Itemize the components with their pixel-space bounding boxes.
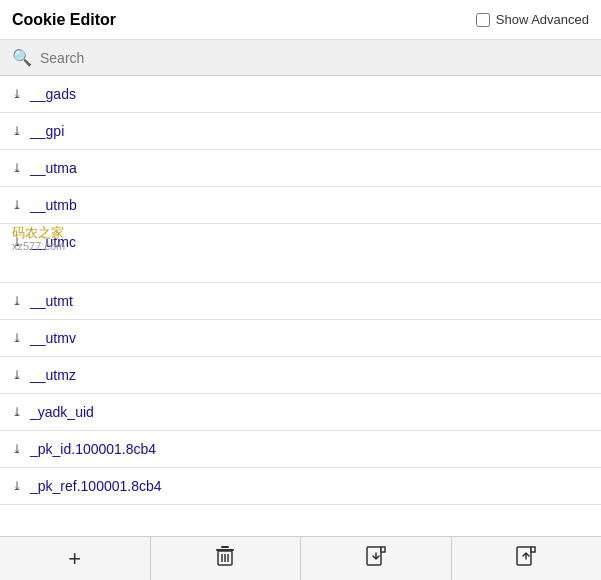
list-item[interactable]: ⤓ __gads bbox=[0, 76, 601, 113]
chevron-icon: ⤓ bbox=[12, 294, 22, 308]
list-item[interactable]: ⤓ _pk_ref.100001.8cb4 bbox=[0, 468, 601, 505]
add-icon: + bbox=[68, 546, 81, 572]
cookie-name: _pk_ref.100001.8cb4 bbox=[30, 478, 162, 494]
cookie-name: __utmb bbox=[30, 197, 77, 213]
chevron-icon: ⤓ bbox=[12, 161, 22, 175]
delete-button[interactable] bbox=[151, 537, 302, 580]
list-item[interactable]: ⤓ __utmc 码农之家 xz577.com bbox=[0, 224, 601, 283]
trash-icon bbox=[215, 545, 235, 572]
header: Cookie Editor Show Advanced bbox=[0, 0, 601, 40]
search-icon: 🔍 bbox=[12, 48, 32, 67]
show-advanced-checkbox[interactable] bbox=[476, 13, 490, 27]
list-item[interactable]: ⤓ __utmt bbox=[0, 283, 601, 320]
chevron-icon: ⤓ bbox=[12, 442, 22, 456]
export-icon bbox=[365, 545, 387, 572]
show-advanced-text: Show Advanced bbox=[496, 12, 589, 27]
chevron-icon: ⤓ bbox=[12, 479, 22, 493]
add-button[interactable]: + bbox=[0, 537, 151, 580]
import-button[interactable] bbox=[452, 537, 602, 580]
cookie-name: _yadk_uid bbox=[30, 404, 94, 420]
list-item[interactable]: ⤓ _yadk_uid bbox=[0, 394, 601, 431]
toolbar: + bbox=[0, 536, 601, 580]
watermark-line2: xz577.com bbox=[12, 240, 65, 252]
list-item[interactable]: ⤓ __utmv bbox=[0, 320, 601, 357]
cookie-name: __utmv bbox=[30, 330, 76, 346]
chevron-icon: ⤓ bbox=[12, 368, 22, 382]
list-item[interactable]: ⤓ _pk_id.100001.8cb4 bbox=[0, 431, 601, 468]
search-input[interactable] bbox=[40, 50, 589, 66]
list-item[interactable]: ⤓ __utma bbox=[0, 150, 601, 187]
list-item[interactable]: ⤓ __utmb bbox=[0, 187, 601, 224]
cookie-name: __utmz bbox=[30, 367, 76, 383]
cookie-name: _pk_id.100001.8cb4 bbox=[30, 441, 156, 457]
chevron-icon: ⤓ bbox=[12, 331, 22, 345]
chevron-icon: ⤓ bbox=[12, 124, 22, 138]
list-item[interactable]: ⤓ __gpi bbox=[0, 113, 601, 150]
search-bar: 🔍 bbox=[0, 40, 601, 76]
export-button[interactable] bbox=[301, 537, 452, 580]
cookie-list: ⤓ __gads ⤓ __gpi ⤓ __utma ⤓ __utmb ⤓ __u… bbox=[0, 76, 601, 536]
cookie-name: __gads bbox=[30, 86, 76, 102]
chevron-icon: ⤓ bbox=[12, 87, 22, 101]
svg-rect-0 bbox=[221, 546, 229, 548]
import-icon bbox=[515, 545, 537, 572]
chevron-icon: ⤓ bbox=[12, 405, 22, 419]
cookie-name: __utmt bbox=[30, 293, 73, 309]
cookie-name: __utma bbox=[30, 160, 77, 176]
svg-rect-8 bbox=[381, 547, 385, 552]
svg-rect-11 bbox=[531, 547, 535, 552]
show-advanced-label[interactable]: Show Advanced bbox=[476, 12, 589, 27]
chevron-icon: ⤓ bbox=[12, 198, 22, 212]
cookie-name: __gpi bbox=[30, 123, 64, 139]
page-title: Cookie Editor bbox=[12, 11, 116, 29]
list-item[interactable]: ⤓ __utmz bbox=[0, 357, 601, 394]
